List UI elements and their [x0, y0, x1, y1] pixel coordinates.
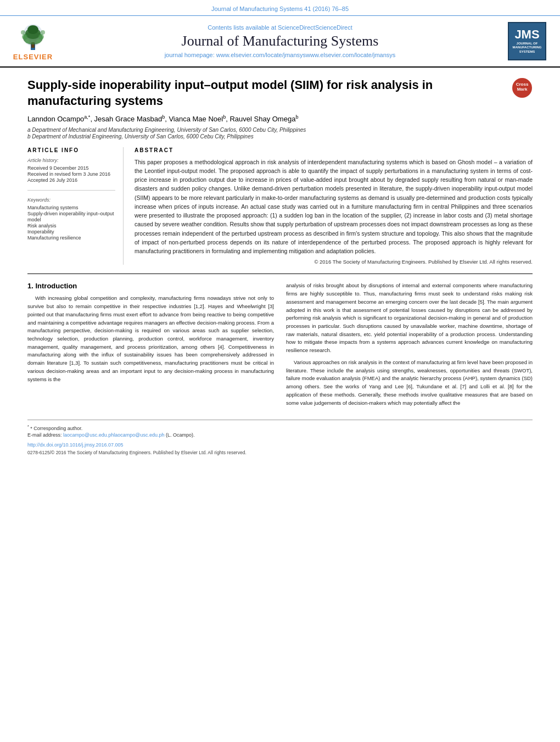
author1-name: Lanndon Ocampo	[27, 115, 84, 124]
elsevier-logo: ELSEVIER	[11, 21, 55, 61]
intro-heading: 1. Introduction	[27, 282, 274, 290]
homepage-line: journal homepage: www.elsevier.com/locat…	[60, 52, 500, 58]
author1-sup: a,*	[84, 114, 90, 120]
body-content: 1. Introduction With increasing global c…	[27, 282, 533, 411]
svg-text:Mark: Mark	[517, 87, 528, 92]
author4-name: , Rauvel Shay Omega	[226, 115, 295, 124]
email-link[interactable]: laocampo@usc.edu.ph	[63, 432, 114, 438]
jms-logo-box: JMS JOURNAL OFMANUFACTURINGSYSTEMS	[505, 22, 549, 60]
elsevier-tree-icon	[16, 21, 49, 52]
info-abstract-section: ARTICLE INFO Article history: Received 9…	[27, 147, 533, 265]
svg-point-5	[27, 25, 38, 34]
contents-text: Contents lists available at	[208, 24, 276, 31]
corresponding-note: * * Corresponding author.	[27, 425, 533, 431]
body-left-column: 1. Introduction With increasing global c…	[27, 282, 274, 411]
email-suffix: (L. Ocampo).	[166, 432, 195, 438]
affiliation-a: a Department of Mechanical and Manufactu…	[27, 127, 533, 133]
abstract-text: This paper proposes a methodological app…	[135, 158, 533, 256]
svg-point-9	[41, 30, 45, 35]
svg-point-11	[36, 39, 41, 43]
svg-point-10	[25, 39, 30, 43]
intro-para2: analysis of risks brought about by disru…	[286, 282, 533, 354]
publisher-copyright-line: 0278-6125/© 2016 The Society of Manufact…	[27, 450, 533, 455]
article-history-group: Article history: Received 9 December 201…	[27, 158, 115, 191]
sciencedirect-link[interactable]: ScienceDirect	[278, 24, 315, 31]
article-info-label: ARTICLE INFO	[27, 147, 115, 153]
svg-point-7	[38, 34, 44, 40]
accepted-date: Accepted 26 July 2016	[27, 177, 115, 183]
journal-reference-bar: Journal of Manufacturing Systems 41 (201…	[0, 0, 560, 16]
revised-date: Received in revised form 3 June 2016	[27, 171, 115, 177]
body-right-column: analysis of risks brought about by disru…	[286, 282, 533, 411]
keywords-title: Keywords:	[27, 197, 115, 203]
abstract-label: ABSTRACT	[135, 147, 533, 153]
affiliations-section: a Department of Mechanical and Manufactu…	[27, 127, 533, 140]
doi-line[interactable]: http://dx.doi.org/10.1016/j.jmsy.2016.07…	[27, 442, 533, 448]
article-title: Supply-side inoperability input–output m…	[27, 77, 506, 109]
contents-available-line: Contents lists available at ScienceDirec…	[60, 24, 500, 31]
crossmark-badge: Cross Mark	[512, 77, 533, 101]
footnotes-section: * * Corresponding author. E-mail address…	[27, 420, 533, 455]
journal-center-header: Contents lists available at ScienceDirec…	[60, 24, 500, 58]
svg-point-6	[22, 34, 27, 40]
main-content: Supply-side inoperability input–output m…	[0, 68, 560, 466]
copyright-line: © 2016 The Society of Manufacturing Engi…	[135, 259, 533, 265]
article-title-section: Supply-side inoperability input–output m…	[27, 77, 533, 109]
authors-line: Lanndon Ocampoa,*, Jesah Grace Masbadb, …	[27, 114, 533, 123]
homepage-url[interactable]: www.elsevier.com/locate/jmansys	[216, 52, 306, 58]
keyword-3: model	[27, 217, 115, 222]
abstract-column: ABSTRACT This paper proposes a methodolo…	[135, 147, 533, 265]
history-title: Article history:	[27, 158, 115, 163]
keywords-group: Keywords: Manufacturing systems Supply-d…	[27, 197, 115, 241]
keyword-4: Risk analysis	[27, 223, 115, 228]
intro-para3: Various approaches on risk analysis in t…	[286, 359, 533, 407]
author2-name: , Jesah Grace Masbad	[90, 115, 162, 124]
keyword-5: Inoperability	[27, 229, 115, 235]
author3-name: , Vianca Mae Noel	[165, 115, 223, 124]
journal-ref-text: Journal of Manufacturing Systems 41 (201…	[211, 5, 349, 12]
keyword-2: Supply-driven inoperability input–output	[27, 211, 115, 216]
affiliation-b: b Department of Industrial Engineering, …	[27, 133, 533, 140]
keyword-1: Manufacturing systems	[27, 205, 115, 210]
svg-point-8	[21, 30, 25, 35]
received-date: Received 9 December 2015	[27, 165, 115, 171]
email-label: E-mail address:	[27, 432, 62, 438]
section-divider	[27, 274, 533, 274]
elsevier-brand-text: ELSEVIER	[13, 53, 53, 61]
homepage-label: journal homepage:	[165, 52, 215, 58]
svg-text:Cross: Cross	[516, 82, 529, 87]
author4-sup: b	[295, 114, 298, 120]
journal-header: ELSEVIER Contents lists available at Sci…	[0, 16, 560, 68]
article-info-column: ARTICLE INFO Article history: Received 9…	[27, 147, 124, 265]
keyword-6: Manufacturing resilience	[27, 235, 115, 241]
intro-para1: With increasing global competition and c…	[27, 294, 274, 383]
journal-name-title: Journal of Manufacturing Systems	[60, 33, 500, 49]
email-line: E-mail address: laocampo@usc.edu.phlaoca…	[27, 432, 533, 438]
